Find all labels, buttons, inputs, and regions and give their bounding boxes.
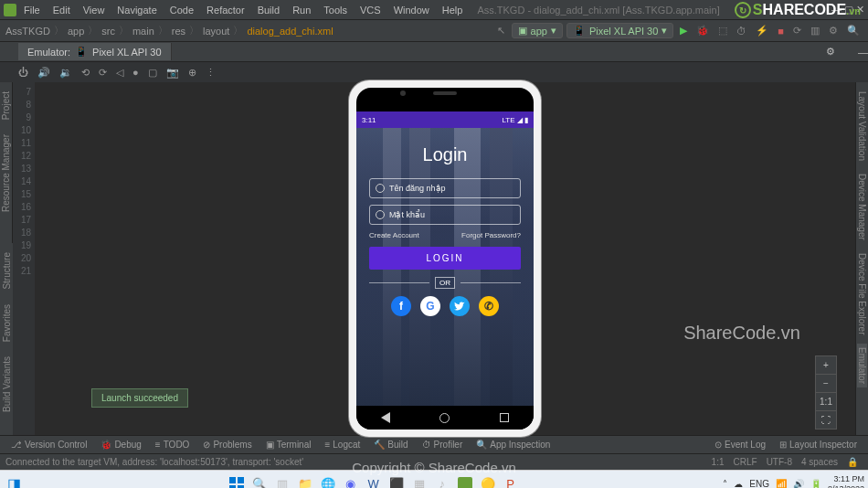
breadcrumb[interactable]: layout — [203, 26, 229, 37]
volume-down-icon[interactable]: 🔉 — [59, 67, 72, 79]
tray-wifi-icon[interactable]: 📶 — [776, 479, 787, 488]
hide-panel-icon[interactable]: — — [858, 47, 868, 58]
run-button[interactable]: ▶ — [677, 25, 690, 37]
explorer-icon[interactable]: 📁 — [295, 474, 315, 489]
zoom-in-button[interactable]: + — [816, 356, 836, 375]
google-login-button[interactable]: G — [420, 296, 440, 316]
app-icon-2[interactable]: ▦ — [409, 474, 429, 489]
power-icon[interactable]: ⏻ — [18, 67, 28, 78]
powerpoint-icon[interactable]: P — [501, 474, 521, 489]
search-icon[interactable]: 🔍 — [249, 474, 270, 489]
tab-profiler[interactable]: ⏱ Profiler — [417, 438, 469, 451]
start-button[interactable] — [227, 474, 247, 489]
menu-code[interactable]: Code — [164, 3, 199, 17]
search-everywhere-button[interactable]: 🔍 — [844, 25, 863, 37]
tab-logcat[interactable]: ≡ Logcat — [319, 438, 365, 451]
tab-favorites[interactable]: Favorites — [2, 301, 12, 345]
forgot-password-link[interactable]: Forgot Password? — [461, 231, 521, 239]
status-encoding[interactable]: UTF-8 — [762, 457, 797, 467]
device-screen[interactable]: 3:11 LTE ◢ ▮ Login Tên đăng nhập Mật khẩ… — [356, 111, 534, 406]
tab-layout-validation[interactable]: Layout Validation — [857, 88, 867, 164]
widgets-icon[interactable]: ◨ — [4, 474, 24, 489]
tray-onedrive-icon[interactable]: ☁ — [734, 479, 743, 488]
login-button[interactable]: LOGIN — [369, 247, 521, 270]
tab-resource-manager[interactable]: Resource Manager — [1, 131, 11, 216]
breadcrumb[interactable]: main — [132, 26, 154, 37]
tab-build-variants[interactable]: Build Variants — [2, 353, 12, 416]
sdk-button[interactable]: ⚙ — [826, 25, 841, 37]
status-lock-icon[interactable]: 🔒 — [842, 457, 863, 467]
nav-home-button[interactable] — [439, 413, 450, 423]
add-config-icon[interactable]: ↖ — [494, 25, 508, 37]
tray-language[interactable]: ENG — [749, 479, 769, 488]
nav-back-button[interactable] — [381, 412, 390, 423]
menu-build[interactable]: Build — [252, 3, 285, 17]
zoom-fit-button[interactable]: ⛶ — [816, 411, 836, 429]
tab-device-file-explorer[interactable]: Device File Explorer — [857, 249, 867, 338]
tab-emulator-side[interactable]: Emulator — [857, 344, 867, 387]
discord-icon[interactable]: ◉ — [341, 474, 361, 489]
breadcrumb[interactable]: app — [68, 26, 84, 37]
breadcrumb[interactable]: src — [101, 26, 115, 37]
tray-clock[interactable]: 3:11 PM 8/13/2022 — [828, 474, 864, 489]
zoom-out-button[interactable]: − — [816, 375, 836, 393]
tray-volume-icon[interactable]: 🔊 — [793, 479, 804, 488]
chrome-icon[interactable]: 🟡 — [478, 474, 498, 489]
tab-layout-inspector[interactable]: ⊞ Layout Inspector — [774, 438, 863, 451]
screenshot-icon[interactable]: 📷 — [166, 67, 179, 79]
menu-refactor[interactable]: Refactor — [201, 3, 250, 17]
password-input[interactable]: Mật khẩu — [369, 205, 521, 225]
menu-window[interactable]: Window — [388, 3, 435, 17]
snapshot-icon[interactable]: ⊕ — [188, 67, 196, 79]
create-account-link[interactable]: Create Account — [369, 231, 419, 239]
tab-version-control[interactable]: ⎇ Version Control — [5, 438, 92, 451]
tab-event-log[interactable]: ⊙ Event Log — [709, 438, 771, 451]
tab-problems[interactable]: ⊘ Problems — [197, 438, 257, 451]
rotate-right-icon[interactable]: ⟳ — [99, 67, 107, 79]
breadcrumb-file[interactable]: dialog_add_chi.xml — [247, 26, 333, 37]
home-icon[interactable]: ● — [132, 67, 139, 78]
coverage-button[interactable]: ⬚ — [715, 25, 730, 37]
android-studio-taskbar-icon[interactable] — [455, 474, 475, 489]
more-icon[interactable]: ⋮ — [206, 67, 216, 79]
username-input[interactable]: Tên đăng nhập — [369, 178, 521, 198]
zoom-actual-button[interactable]: 1:1 — [816, 393, 836, 411]
menu-edit[interactable]: Edit — [48, 3, 76, 17]
tab-build[interactable]: 🔨 Build — [368, 438, 413, 451]
status-caret-pos[interactable]: 1:1 — [707, 457, 729, 467]
breadcrumb[interactable]: res — [172, 26, 185, 37]
nav-overview-button[interactable] — [500, 413, 509, 422]
tab-todo[interactable]: ≡ TODO — [150, 438, 196, 451]
rotate-left-icon[interactable]: ⟲ — [81, 67, 90, 79]
stop-button[interactable]: ■ — [775, 26, 787, 37]
menu-help[interactable]: Help — [437, 3, 469, 17]
run-config-selector[interactable]: ▣ app ▾ — [512, 23, 563, 38]
avd-button[interactable]: ▥ — [808, 25, 822, 37]
settings-icon[interactable]: ⚙ — [826, 46, 835, 58]
tab-terminal[interactable]: ▣ Terminal — [260, 438, 317, 451]
tab-project[interactable]: Project — [1, 88, 11, 123]
app-icon[interactable]: ⬛ — [386, 474, 407, 489]
facebook-login-button[interactable]: f — [391, 296, 411, 316]
overview-icon[interactable]: ▢ — [148, 67, 157, 79]
breadcrumb[interactable]: AssTKGD — [5, 26, 50, 37]
debug-button[interactable]: 🐞 — [693, 25, 712, 37]
tray-chevron-icon[interactable]: ˄ — [723, 479, 727, 488]
task-view-icon[interactable]: ▥ — [272, 474, 292, 489]
menu-navigate[interactable]: Navigate — [111, 3, 162, 17]
tab-structure[interactable]: Structure — [2, 249, 12, 293]
tiktok-icon[interactable]: ♪ — [432, 474, 452, 489]
tab-device-manager[interactable]: Device Manager — [857, 170, 867, 244]
status-indent[interactable]: 4 spaces — [797, 457, 842, 467]
menu-run[interactable]: Run — [287, 3, 316, 17]
attach-debugger-button[interactable]: ⚡ — [753, 25, 771, 37]
twitter-login-button[interactable] — [450, 296, 470, 316]
menu-tools[interactable]: Tools — [318, 3, 353, 17]
tab-app-inspection[interactable]: 🔍 App Inspection — [471, 438, 556, 451]
status-line-ending[interactable]: CRLF — [729, 457, 762, 467]
volume-up-icon[interactable]: 🔊 — [37, 67, 50, 79]
tray-battery-icon[interactable]: 🔋 — [810, 479, 821, 488]
device-selector[interactable]: 📱 Pixel XL API 30 ▾ — [566, 23, 673, 38]
sync-button[interactable]: ⟳ — [790, 25, 804, 37]
profile-button[interactable]: ⏱ — [734, 26, 749, 37]
